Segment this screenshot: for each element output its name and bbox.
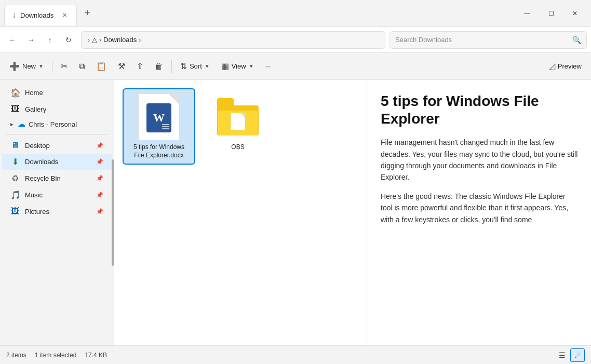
word-line-3 — [162, 128, 169, 129]
sidebar-pictures-label: Pictures — [25, 208, 91, 215]
new-label: New — [22, 62, 36, 70]
search-box[interactable]: Search Downloads 🔍 — [389, 31, 587, 49]
breadcrumb-end-chevron: › — [139, 36, 141, 44]
folder-doc — [231, 113, 245, 130]
breadcrumb-chevron: › — [99, 36, 101, 44]
window-controls: — ☐ ✕ — [515, 5, 587, 22]
word-body: W — [139, 96, 179, 140]
toolbar-separator-2 — [171, 60, 172, 73]
sidebar-downloads-label: Downloads — [25, 158, 91, 166]
breadcrumb-arrow: › — [88, 36, 90, 44]
delete-button[interactable]: 🗑 — [150, 57, 168, 76]
tab-close-button[interactable]: ✕ — [60, 10, 69, 20]
view-icon: ▦ — [221, 61, 229, 71]
recycle-bin-icon: ♻ — [10, 173, 20, 183]
sidebar-music-label: Music — [25, 191, 91, 199]
minimize-button[interactable]: — — [515, 5, 539, 22]
up-button[interactable]: ↑ — [42, 32, 58, 48]
search-placeholder-text: Search Downloads — [395, 36, 569, 44]
sidebar-separator — [6, 134, 108, 134]
sidebar-item-home[interactable]: 🏠 Home — [2, 85, 112, 101]
music-pin-icon: 📌 — [96, 192, 103, 198]
pictures-icon: 🖼 — [10, 207, 20, 216]
forward-button[interactable]: → — [23, 32, 39, 48]
sidebar-home-label: Home — [25, 89, 103, 97]
paste-button[interactable]: 📋 — [91, 57, 112, 76]
preview-body: File management hasn't changed much in t… — [381, 137, 579, 225]
sort-label: Sort — [190, 62, 202, 70]
preview-paragraph-2: Here's the good news: The classic Window… — [381, 191, 579, 225]
folder-tab — [217, 98, 234, 106]
selected-count: 1 item selected — [35, 352, 77, 359]
sidebar-scrollbar[interactable] — [112, 159, 114, 265]
breadcrumb[interactable]: › △ › Downloads › — [81, 31, 385, 49]
word-line-2 — [162, 126, 169, 127]
music-icon: 🎵 — [10, 190, 20, 200]
maximize-button[interactable]: ☐ — [539, 5, 563, 22]
cut-button[interactable]: ✂ — [56, 57, 73, 76]
rename-button[interactable]: ⚒ — [113, 57, 130, 76]
toolbar-separator-1 — [52, 60, 52, 73]
copy-button[interactable]: ⧉ — [74, 57, 90, 76]
sidebar-item-gallery[interactable]: 🖼 Gallery — [2, 101, 112, 117]
word-doc-label: 5 tips for Windows File Explorer.docx — [128, 143, 190, 159]
status-bar: 2 items 1 item selected 17.4 KB ☰ ☄ — [0, 345, 591, 364]
sidebar-recycle-label: Recycle Bin — [25, 174, 91, 182]
preview-button[interactable]: ◿ Preview — [544, 57, 587, 76]
obs-folder-icon-wrapper — [214, 93, 261, 140]
view-label: View — [232, 62, 246, 70]
downloads-icon: ⬇ — [10, 157, 20, 167]
file-area: W 5 tips for Windows File Explorer.docx — [114, 80, 368, 345]
obs-folder-icon — [217, 98, 259, 136]
search-icon[interactable]: 🔍 — [572, 36, 581, 44]
new-button[interactable]: ➕ New ▼ — [4, 57, 49, 76]
gallery-icon: 🖼 — [10, 104, 20, 114]
word-logo: W — [146, 103, 171, 132]
folder-doc-corner — [240, 113, 245, 117]
expand-chevron-icon: ► — [9, 122, 15, 127]
sidebar-item-desktop[interactable]: 🖥 Desktop 📌 — [2, 138, 112, 153]
sort-chevron-icon: ▼ — [205, 63, 210, 69]
refresh-button[interactable]: ↻ — [60, 32, 77, 48]
copy-icon: ⧉ — [79, 62, 85, 71]
more-label: ··· — [265, 62, 271, 70]
preview-panel: 5 tips for Windows File Explorer File ma… — [368, 80, 591, 345]
sidebar-item-recycle-bin[interactable]: ♻ Recycle Bin 📌 — [2, 170, 112, 186]
share-icon: ⇧ — [137, 61, 143, 71]
active-tab[interactable]: ↓ Downloads ✕ — [4, 5, 77, 25]
paste-icon: 📋 — [96, 61, 106, 71]
close-button[interactable]: ✕ — [563, 5, 587, 22]
recycle-pin-icon: 📌 — [96, 175, 103, 182]
sort-button[interactable]: ⇅ Sort ▼ — [175, 57, 215, 76]
word-lines — [162, 124, 169, 129]
new-icon: ➕ — [9, 61, 20, 71]
share-button[interactable]: ⇧ — [131, 57, 149, 76]
sidebar-gallery-label: Gallery — [25, 105, 103, 113]
preview-title: 5 tips for Windows File Explorer — [381, 92, 579, 127]
rename-icon: ⚒ — [118, 61, 125, 71]
new-tab-button[interactable]: + — [79, 5, 96, 22]
sidebar-item-music[interactable]: 🎵 Music 📌 — [2, 187, 112, 203]
sidebar-item-pictures[interactable]: 🖼 Pictures 📌 — [2, 204, 112, 219]
new-chevron-icon: ▼ — [38, 63, 44, 69]
sidebar-desktop-label: Desktop — [25, 142, 91, 150]
cut-icon: ✂ — [61, 61, 68, 71]
file-item-word-doc[interactable]: W 5 tips for Windows File Explorer.docx — [123, 88, 195, 165]
downloads-pin-icon: 📌 — [96, 158, 103, 165]
sidebar-item-downloads[interactable]: ⬇ Downloads 📌 — [2, 154, 112, 170]
address-bar: ← → ↑ ↻ › △ › Downloads › Search Downloa… — [0, 27, 591, 53]
grid-view-button[interactable]: ☄ — [570, 348, 585, 362]
back-button[interactable]: ← — [4, 32, 21, 48]
breadcrumb-current: Downloads — [103, 36, 137, 44]
view-button[interactable]: ▦ View ▼ — [216, 57, 259, 76]
list-view-button[interactable]: ☰ — [555, 348, 569, 362]
home-icon: 🏠 — [10, 88, 20, 98]
tab-download-icon: ↓ — [12, 10, 16, 20]
file-grid: W 5 tips for Windows File Explorer.docx — [123, 88, 359, 165]
more-button[interactable]: ··· — [260, 57, 276, 76]
sidebar-chris-expand[interactable]: ► ☁ Chris - Personal — [2, 117, 112, 131]
pictures-pin-icon: 📌 — [96, 208, 103, 215]
file-item-obs-folder[interactable]: OBS — [202, 88, 274, 165]
toolbar: ➕ New ▼ ✂ ⧉ 📋 ⚒ ⇧ 🗑 ⇅ Sort ▼ ▦ View ▼ ··… — [0, 53, 591, 80]
item-count: 2 items — [6, 352, 26, 359]
